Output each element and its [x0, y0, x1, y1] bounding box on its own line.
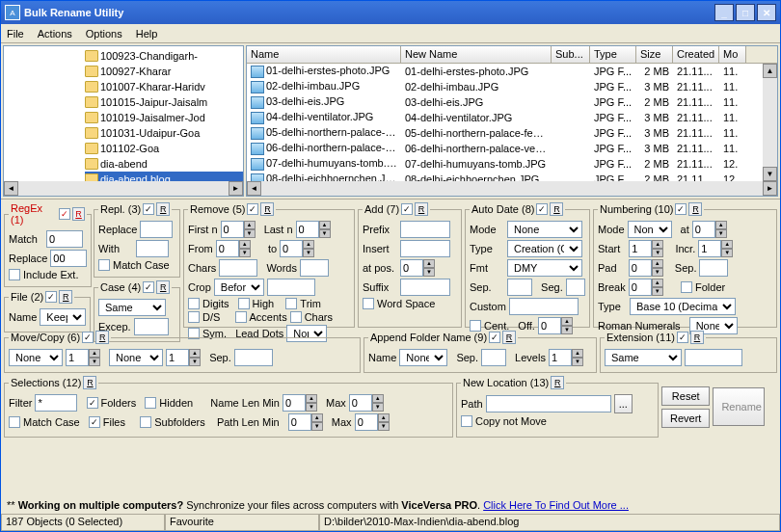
tree-item[interactable]: 100927-Kharar: [85, 64, 243, 79]
remove-chars[interactable]: [219, 259, 257, 277]
revert-button[interactable]: Revert: [661, 409, 710, 428]
file-row[interactable]: 02-delhi-imbau.JPG02-delhi-imbau.JPGJPG …: [247, 79, 777, 94]
file-row[interactable]: 07-delhi-humuyans-tomb.JPG07-delhi-humuy…: [247, 156, 777, 172]
regex-includeext[interactable]: [9, 269, 20, 280]
file-row[interactable]: 01-delhi-erstes-photo.JPG01-delhi-erstes…: [247, 64, 777, 79]
add-suffix[interactable]: [400, 279, 450, 296]
menu-options[interactable]: Options: [86, 28, 122, 40]
extension-sel[interactable]: Same: [605, 349, 682, 366]
autodate-fmt[interactable]: DMY: [507, 259, 582, 277]
remove-firstn[interactable]: [221, 221, 244, 238]
column-header[interactable]: Type: [590, 46, 636, 63]
autodate-seg[interactable]: [566, 279, 585, 296]
numbering-mode[interactable]: None: [628, 221, 672, 238]
column-header[interactable]: Sub...: [552, 46, 590, 63]
remove-to[interactable]: [280, 240, 303, 257]
numbering-break[interactable]: [629, 279, 652, 296]
repl-replace[interactable]: [140, 221, 173, 238]
file-reset[interactable]: R: [59, 290, 72, 304]
rename-button[interactable]: Rename: [713, 387, 765, 426]
promo-link[interactable]: Click Here To Find Out More ...: [483, 499, 629, 511]
numbering-type[interactable]: Base 10 (Decimal): [630, 298, 736, 315]
case-enable[interactable]: [143, 281, 154, 293]
add-wordspace[interactable]: [363, 298, 374, 309]
movecopy-sel2[interactable]: None: [109, 349, 163, 366]
maximize-button[interactable]: □: [736, 4, 755, 21]
regex-reset[interactable]: R: [72, 207, 86, 221]
case-reset[interactable]: R: [156, 280, 170, 294]
numbering-start[interactable]: [629, 240, 652, 257]
list-scrollbar-v[interactable]: ▲▼: [763, 64, 777, 181]
autodate-custom[interactable]: [509, 298, 579, 315]
newloc-browse[interactable]: ...: [614, 394, 633, 413]
column-header[interactable]: Size: [636, 46, 673, 63]
add-reset[interactable]: R: [415, 202, 428, 216]
remove-reset[interactable]: R: [260, 202, 274, 216]
tree-item[interactable]: dia-abend: [85, 156, 243, 172]
autodate-reset[interactable]: R: [550, 202, 563, 216]
add-prefix[interactable]: [400, 221, 450, 238]
regex-replace[interactable]: [50, 250, 87, 267]
autodate-enable[interactable]: [536, 203, 548, 215]
regex-enable[interactable]: [59, 208, 70, 220]
menu-file[interactable]: File: [7, 28, 24, 40]
tree-scrollbar[interactable]: ◄►: [4, 181, 243, 196]
menu-actions[interactable]: Actions: [38, 28, 72, 40]
list-scrollbar-h[interactable]: ◄►: [247, 181, 777, 196]
numbering-at[interactable]: [692, 221, 715, 238]
column-header[interactable]: Created: [673, 46, 719, 63]
tree-item[interactable]: 100923-Chandigarh-: [85, 48, 243, 64]
newloc-path[interactable]: [486, 395, 611, 412]
autodate-mode[interactable]: None: [507, 221, 582, 238]
autodate-sep[interactable]: [507, 279, 532, 296]
menu-help[interactable]: Help: [136, 28, 158, 40]
remove-crop[interactable]: Before: [214, 279, 264, 296]
extension-reset[interactable]: R: [690, 331, 704, 344]
movecopy-sel1[interactable]: None: [9, 349, 63, 366]
movecopy-enable[interactable]: [82, 332, 94, 343]
repl-enable[interactable]: [143, 203, 154, 215]
appendfolder-enable[interactable]: [489, 332, 500, 343]
numbering-reset[interactable]: R: [688, 202, 702, 216]
folder-tree[interactable]: 100923-Chandigarh-100927-Kharar101007-Kh…: [3, 45, 244, 197]
minimize-button[interactable]: _: [714, 4, 734, 21]
reset-button[interactable]: Reset: [661, 386, 710, 406]
close-button[interactable]: ✕: [757, 4, 776, 21]
selections-filter[interactable]: [35, 394, 77, 412]
newloc-reset[interactable]: R: [551, 376, 564, 389]
remove-cropval[interactable]: [267, 279, 315, 296]
add-insert[interactable]: [400, 240, 450, 257]
file-row[interactable]: 05-delhi-northern-palace-fes...05-delhi-…: [247, 125, 777, 141]
tree-item[interactable]: 101031-Udaipur-Goa: [85, 125, 243, 141]
file-name-select[interactable]: Keep: [40, 308, 86, 326]
add-atpos[interactable]: [400, 259, 423, 277]
extension-enable[interactable]: [677, 332, 688, 343]
remove-from[interactable]: [216, 240, 239, 257]
numbering-sep[interactable]: [699, 259, 728, 277]
file-enable[interactable]: [45, 291, 57, 303]
file-row[interactable]: 04-delhi-ventilator.JPG04-delhi-ventilat…: [247, 110, 777, 125]
add-enable[interactable]: [401, 203, 413, 215]
case-select[interactable]: Same: [98, 299, 166, 316]
repl-matchcase[interactable]: [98, 259, 110, 271]
file-row[interactable]: 06-delhi-northern-palace-ve...06-delhi-n…: [247, 141, 777, 156]
tree-item[interactable]: 101102-Goa: [85, 141, 243, 156]
column-header[interactable]: New Name: [401, 46, 552, 63]
regex-match[interactable]: [46, 230, 83, 248]
appendfolder-name[interactable]: None: [399, 349, 447, 366]
tree-item[interactable]: 101015-Jaipur-Jaisalm: [85, 94, 243, 110]
remove-words[interactable]: [300, 259, 329, 277]
column-header[interactable]: Mo: [719, 46, 746, 63]
selections-reset[interactable]: R: [83, 376, 96, 389]
appendfolder-reset[interactable]: R: [502, 331, 516, 344]
file-row[interactable]: 03-delhi-eis.JPG03-delhi-eis.JPGJPG F...…: [247, 94, 777, 110]
repl-reset[interactable]: R: [156, 202, 170, 216]
numbering-incr[interactable]: [698, 240, 721, 257]
numbering-enable[interactable]: [675, 203, 687, 215]
numbering-pad[interactable]: [629, 259, 652, 277]
movecopy-reset[interactable]: R: [95, 331, 109, 344]
tree-item[interactable]: 101007-Kharar-Haridv: [85, 79, 243, 94]
remove-enable[interactable]: [247, 203, 258, 215]
tree-item[interactable]: 101019-Jaisalmer-Jod: [85, 110, 243, 125]
column-header[interactable]: Name: [247, 46, 401, 63]
